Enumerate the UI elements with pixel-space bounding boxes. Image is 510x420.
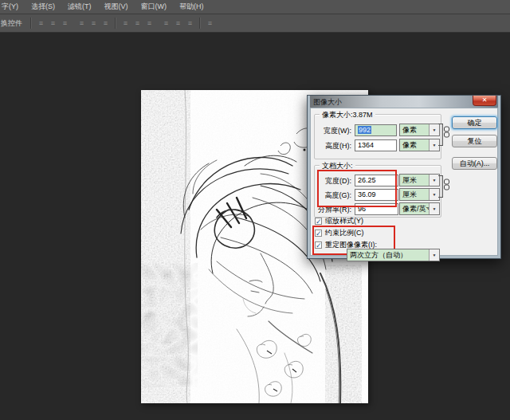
pixel-size-legend: 像素大小:3.87M <box>320 110 375 120</box>
workspace: 图像大小 ✕ 像素大小:3.87M 宽度(W): 992 像素 ▼ 高度(H):… <box>0 33 510 420</box>
doc-height-unit-select[interactable]: 厘米 ▼ <box>399 188 440 201</box>
pixel-width-input[interactable]: 992 <box>355 124 397 136</box>
scale-styles-checkbox[interactable]: ✓ <box>315 218 322 225</box>
menu-item-help[interactable]: 帮助(H) <box>173 2 210 12</box>
close-button[interactable]: ✕ <box>473 96 496 106</box>
constrain-proportions-label: 约束比例(C) <box>325 228 364 238</box>
align-right-edges-icon[interactable]: ≡ <box>60 18 70 29</box>
align-bottom-edges-icon[interactable]: ≡ <box>100 18 111 29</box>
doc-width-value: 26.25 <box>358 176 376 184</box>
align-left-edges-icon[interactable]: ≡ <box>36 18 46 29</box>
doc-width-unit-select[interactable]: 厘米 ▼ <box>399 174 440 186</box>
chevron-down-icon: ▼ <box>429 203 439 214</box>
distribute-top-edges-icon[interactable]: ≡ <box>120 18 131 29</box>
menu-item-select[interactable]: 选择(S) <box>25 2 61 12</box>
resolution-input[interactable]: 96 <box>355 203 398 215</box>
doc-height-label: 高度(G): <box>315 190 351 201</box>
distribute-vertical-centers-icon[interactable]: ≡ <box>132 18 143 29</box>
auto-align-layers-icon[interactable]: ≡ <box>205 18 215 29</box>
distribute-horizontal-centers-icon[interactable]: ≡ <box>173 18 183 29</box>
options-divider <box>199 18 201 29</box>
align-top-edges-icon[interactable]: ≡ <box>76 18 87 29</box>
ok-button[interactable]: 确定 <box>452 116 497 129</box>
doc-height-input[interactable]: 36.09 <box>355 189 398 201</box>
align-horizontal-centers-icon[interactable]: ≡ <box>48 18 58 29</box>
resample-image-checkbox[interactable]: ✓ <box>315 241 322 249</box>
scale-styles-label: 缩放样式(Y) <box>325 216 363 226</box>
doc-width-label: 宽度(D): <box>315 176 351 186</box>
distribute-left-edges-icon[interactable]: ≡ <box>161 18 171 29</box>
menu-item-type[interactable]: 字(Y) <box>0 2 25 12</box>
options-divider <box>115 18 116 29</box>
scale-styles-row: ✓ 缩放样式(Y) <box>315 217 363 226</box>
document-size-legend: 文档大小: <box>320 161 355 171</box>
menu-item-window[interactable]: 窗口(W) <box>135 2 174 12</box>
menu-item-filter[interactable]: 滤镜(T) <box>61 2 98 12</box>
chain-link-icon <box>443 179 450 191</box>
align-vertical-centers-icon[interactable]: ≡ <box>88 18 99 29</box>
chain-link-icon <box>443 126 450 139</box>
doc-height-value: 36.09 <box>358 190 376 198</box>
doc-height-unit: 厘米 <box>402 190 417 198</box>
menu-bar: 字(Y) 选择(S) 滤镜(T) 视图(V) 窗口(W) 帮助(H) <box>0 0 510 14</box>
chevron-down-icon: ▼ <box>429 249 439 261</box>
pixel-height-unit-select[interactable]: 像素 ▼ <box>399 139 440 151</box>
pixel-height-label: 高度(H): <box>315 141 351 151</box>
resolution-value: 96 <box>358 205 366 213</box>
reset-button[interactable]: 复位 <box>452 135 497 147</box>
options-bar: 换控件 ≡ ≡ ≡ ≡ ≡ ≡ ≡ ≡ ≡ ≡ ≡ ≡ ≡ <box>0 14 510 33</box>
doc-width-input[interactable]: 26.25 <box>355 175 398 186</box>
pixel-width-label: 宽度(W): <box>315 126 351 136</box>
dialog-title-bar[interactable]: 图像大小 ✕ <box>310 96 498 108</box>
resample-method-select[interactable]: 两次立方（自动） ▼ <box>347 249 440 261</box>
pixel-size-group: 像素大小:3.87M 宽度(W): 992 像素 ▼ 高度(H): 1364 像… <box>314 114 441 159</box>
pixel-height-unit: 像素 <box>402 141 417 149</box>
constrain-proportions-row: ✓ 约束比例(C) <box>315 229 364 237</box>
image-size-dialog: 图像大小 ✕ 像素大小:3.87M 宽度(W): 992 像素 ▼ 高度(H):… <box>307 95 501 259</box>
dialog-title: 图像大小 <box>313 97 342 108</box>
pixel-width-unit-select[interactable]: 像素 ▼ <box>399 124 440 136</box>
dialog-body: 像素大小:3.87M 宽度(W): 992 像素 ▼ 高度(H): 1364 像… <box>310 108 498 256</box>
resample-method-value: 两次立方（自动） <box>350 251 407 259</box>
pixel-width-unit: 像素 <box>402 126 417 134</box>
resolution-unit-select[interactable]: 像素/英寸 ▼ <box>399 202 440 215</box>
doc-width-unit: 厘米 <box>402 176 417 184</box>
constrain-proportions-checkbox[interactable]: ✓ <box>315 230 322 237</box>
resolution-label: 分辨率(R): <box>315 205 351 215</box>
auto-button[interactable]: 自动(A)... <box>452 157 497 170</box>
document-size-group: 文档大小: 宽度(D): 26.25 厘米 ▼ 高度(G): 36.09 厘米 … <box>314 165 441 218</box>
pixel-height-input[interactable]: 1364 <box>355 139 397 151</box>
options-divider <box>30 18 32 29</box>
show-transform-controls-label: 换控件 <box>0 18 27 29</box>
menu-item-view[interactable]: 视图(V) <box>98 2 135 12</box>
distribute-bottom-edges-icon[interactable]: ≡ <box>144 18 155 29</box>
pixel-height-value: 1364 <box>358 141 374 149</box>
distribute-right-edges-icon[interactable]: ≡ <box>185 18 195 29</box>
close-icon: ✕ <box>482 96 488 104</box>
pixel-width-value: 992 <box>358 126 371 134</box>
